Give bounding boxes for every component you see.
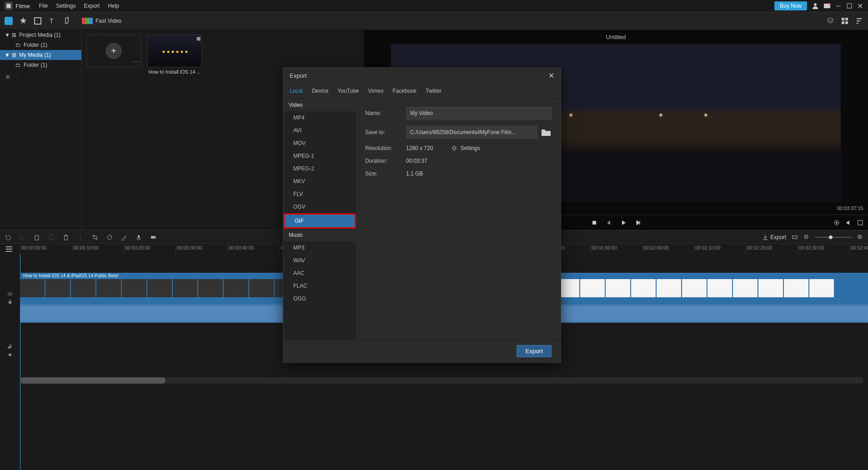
tab-youtube[interactable]: YouTube <box>337 88 359 94</box>
tool-row: T Fast Video <box>0 12 868 30</box>
tree-folder-2[interactable]: 🗀 Folder (1) <box>0 60 81 70</box>
aspect-icon[interactable] <box>792 234 798 240</box>
caret-down-icon: ▼ <box>5 32 9 38</box>
zoom-slider[interactable] <box>815 237 852 238</box>
buy-now-button[interactable]: Buy Now <box>774 1 807 10</box>
transitions-tab-icon[interactable] <box>34 17 42 25</box>
format-wav[interactable]: WAV <box>283 254 356 267</box>
account-icon[interactable] <box>812 2 819 10</box>
copy-icon[interactable] <box>34 234 40 240</box>
timeline-export-button[interactable]: Export <box>762 234 786 240</box>
scrollbar-thumb[interactable] <box>20 377 166 384</box>
tab-twitter[interactable]: Twitter <box>426 88 442 94</box>
zoom-out-icon[interactable] <box>803 234 810 240</box>
menu-file[interactable]: File <box>39 3 48 9</box>
close-icon[interactable] <box>857 3 863 9</box>
caret-down-icon: ▼ <box>5 52 9 58</box>
format-mp3[interactable]: MP3 <box>283 241 356 254</box>
tree-project-media[interactable]: ▼ ⊞ Project Media (1) <box>0 30 81 40</box>
layers-icon[interactable] <box>826 17 834 25</box>
label-name: Name: <box>365 110 406 116</box>
format-flv[interactable]: FLV <box>283 188 356 200</box>
svg-point-1 <box>814 3 817 6</box>
split-icon[interactable] <box>77 234 84 240</box>
format-mpeg1[interactable]: MPEG-1 <box>283 150 356 162</box>
video-track-gutter <box>0 273 20 323</box>
stop-icon[interactable] <box>591 220 597 226</box>
format-mpeg2[interactable]: MPEG-2 <box>283 162 356 175</box>
settings-icon[interactable] <box>833 220 840 226</box>
grid-icon: ⊞ <box>12 32 16 38</box>
add-folder-icon[interactable]: ⊕ <box>5 74 10 80</box>
lock-icon[interactable] <box>7 351 13 356</box>
format-gif[interactable]: GIF <box>283 213 356 229</box>
play-icon[interactable] <box>620 220 627 226</box>
zoom-in-icon[interactable] <box>857 234 863 240</box>
tab-device[interactable]: Device <box>312 88 329 94</box>
svg-rect-10 <box>85 18 89 24</box>
sort-icon[interactable] <box>855 17 863 25</box>
format-aac[interactable]: AAC <box>283 267 356 280</box>
tree-my-media[interactable]: ▼ ⊞ My Media (1) <box>0 50 81 60</box>
mail-icon[interactable] <box>823 2 831 10</box>
fullscreen-icon[interactable] <box>857 220 863 226</box>
grid-icon[interactable] <box>841 17 849 25</box>
svg-rect-23 <box>138 235 140 238</box>
dialog-close-icon[interactable]: ✕ <box>548 71 554 80</box>
delete-icon[interactable] <box>63 234 69 240</box>
format-mp4[interactable]: MP4 <box>283 111 356 124</box>
preview-timecode: 00:03:37:15 <box>837 205 863 215</box>
menu-settings[interactable]: Settings <box>56 3 75 9</box>
media-tab-icon[interactable] <box>5 17 13 25</box>
effects-tab-icon[interactable] <box>19 17 27 25</box>
eye-icon[interactable] <box>7 291 13 297</box>
camera-icon[interactable] <box>150 234 156 240</box>
mic-icon[interactable] <box>135 234 142 240</box>
fast-video-button[interactable]: Fast Video <box>82 18 121 24</box>
minimize-icon[interactable] <box>835 3 842 9</box>
volume-icon[interactable] <box>845 220 852 226</box>
add-media-tile[interactable]: + ⋯ <box>86 35 141 67</box>
tab-local[interactable]: Local <box>290 88 303 94</box>
redo-icon[interactable] <box>19 234 25 240</box>
export-button[interactable]: Export <box>517 345 552 357</box>
format-mov[interactable]: MOV <box>283 137 356 150</box>
paste-icon[interactable] <box>48 234 55 240</box>
value-resolution: 1280 x 720 <box>406 145 433 151</box>
timeline-scrollbar[interactable] <box>20 377 863 384</box>
lock-icon[interactable] <box>7 299 13 304</box>
resolution-settings-button[interactable]: Settings <box>451 145 480 151</box>
tab-vimeo[interactable]: Vimeo <box>368 88 384 94</box>
input-name[interactable] <box>406 107 552 120</box>
ruler-tick: 00:02:40:00 <box>849 244 868 255</box>
svg-rect-4 <box>836 6 841 6</box>
folder-icon: 🗀 <box>15 42 21 48</box>
format-ogv[interactable]: OGV <box>283 200 356 213</box>
format-flac[interactable]: FLAC <box>283 280 356 292</box>
format-mkv[interactable]: MKV <box>283 175 356 188</box>
svg-rect-31 <box>9 354 11 356</box>
audio-tab-icon[interactable] <box>63 17 71 25</box>
edit-icon[interactable] <box>121 234 127 240</box>
menu-help[interactable]: Help <box>108 3 119 9</box>
text-tab-icon[interactable]: T <box>48 17 56 25</box>
more-icon[interactable]: ⋯ <box>133 59 139 65</box>
maximize-icon[interactable] <box>846 3 853 9</box>
tree-folder-1[interactable]: 🗀 Folder (1) <box>0 40 81 50</box>
import-icon[interactable]: ▫ <box>17 74 19 80</box>
clip-badge-icon: ▦ <box>196 36 201 41</box>
hamburger-icon[interactable] <box>5 246 13 253</box>
crop-icon[interactable] <box>92 234 98 240</box>
browse-folder-icon[interactable] <box>541 128 552 137</box>
prev-frame-icon[interactable] <box>606 220 612 226</box>
media-clip[interactable]: ▦ How to Install iOS 14 ... <box>147 35 202 75</box>
next-frame-icon[interactable] <box>635 220 641 226</box>
format-ogg[interactable]: OGG <box>283 292 356 305</box>
tab-facebook[interactable]: Facebook <box>392 88 416 94</box>
menu-export[interactable]: Export <box>84 3 100 9</box>
format-avi[interactable]: AVI <box>283 124 356 137</box>
input-save-to[interactable] <box>406 126 537 139</box>
svg-point-3 <box>829 3 831 5</box>
undo-icon[interactable] <box>5 234 11 240</box>
speed-icon[interactable] <box>106 234 113 240</box>
